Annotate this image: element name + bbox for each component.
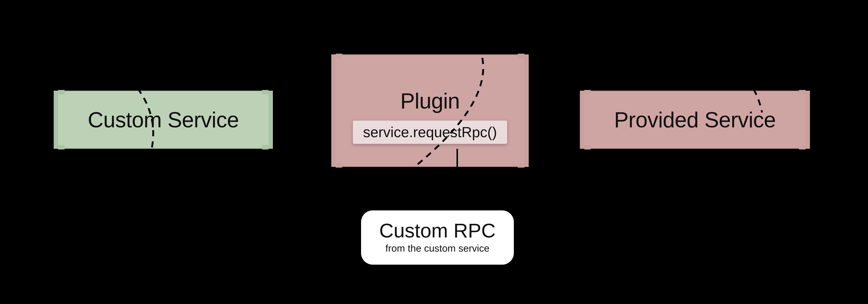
node-body: Plugin service.requestRpc(): [332, 54, 528, 167]
bracket-right-icon: [799, 91, 810, 149]
node-body: Provided Service: [581, 91, 809, 149]
node-provided-service: Provided Service: [581, 91, 809, 149]
node-body: Custom Service: [55, 91, 272, 149]
bracket-right-icon: [262, 91, 273, 149]
callout-custom-rpc: Custom RPC from the custom service: [361, 210, 514, 265]
node-title: Custom Service: [88, 107, 239, 132]
diagram-canvas: Custom Service Plugin service.requestRpc…: [0, 0, 868, 304]
bracket-left-icon: [331, 54, 342, 167]
node-custom-service: Custom Service: [55, 91, 272, 149]
node-plugin: Plugin service.requestRpc(): [332, 54, 528, 167]
bracket-left-icon: [54, 91, 65, 149]
callout-title: Custom RPC: [379, 219, 496, 241]
node-title: Plugin: [400, 88, 460, 113]
node-title: Provided Service: [614, 107, 776, 132]
bracket-left-icon: [580, 91, 591, 149]
plugin-call-label: service.requestRpc(): [353, 121, 507, 144]
callout-subtitle: from the custom service: [379, 243, 496, 254]
bracket-right-icon: [518, 54, 529, 167]
